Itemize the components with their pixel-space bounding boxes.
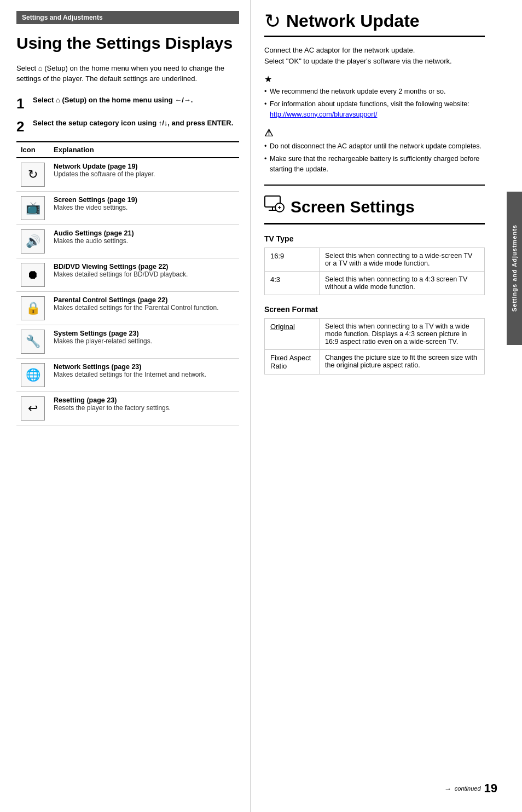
page-number: 19 xyxy=(484,781,497,796)
screen-format-row: Fixed Aspect Ratio Changes the picture s… xyxy=(265,349,485,374)
table-desc-cell-7: Resetting (page 23) Resets the player to… xyxy=(49,391,239,425)
step-1-text: Select ⌂ (Setup) on the home menu using … xyxy=(33,95,239,105)
entry-title-3: BD/DVD Viewing Settings (page 22) xyxy=(54,263,235,270)
right-column: ↻ Network Update Connect the AC adaptor … xyxy=(251,0,507,812)
table-desc-cell-6: Network Settings (page 23) Makes detaile… xyxy=(49,358,239,391)
tv-type-desc-0: Select this when connecting to a wide-sc… xyxy=(320,247,485,271)
section-header: Settings and Adjustments xyxy=(16,11,239,24)
table-desc-cell-2: Audio Settings (page 21) Makes the audio… xyxy=(49,224,239,258)
step-1-number: 1 xyxy=(16,96,33,111)
table-row: ↻ Network Update (page 19) Updates the s… xyxy=(16,158,239,192)
network-update-title: Network Update xyxy=(286,11,420,31)
table-col-explanation: Explanation xyxy=(49,142,239,158)
tips-section: ★ We recommend the network update every … xyxy=(264,74,485,119)
main-title: Using the Settings Displays xyxy=(16,34,239,53)
tv-type-heading: TV Type xyxy=(264,234,485,243)
tv-type-desc-1: Select this when connecting to a 4:3 scr… xyxy=(320,271,485,295)
caution-item-2: Make sure that the rechargeable battery … xyxy=(264,154,485,175)
table-desc-cell-1: Screen Settings (page 19) Makes the vide… xyxy=(49,191,239,224)
table-icon-cell-1: 📺 xyxy=(16,191,49,224)
screen-format-heading: Screen Format xyxy=(264,305,485,314)
network-update-icon: ↻ xyxy=(264,11,281,31)
entry-desc-6: Makes detailed settings for the Internet… xyxy=(54,371,235,378)
network-update-body: Connect the AC adaptor for the network u… xyxy=(264,45,485,66)
table-row: 🌐 Network Settings (page 23) Makes detai… xyxy=(16,358,239,391)
screen-settings-title: Screen Settings xyxy=(291,198,415,216)
entry-desc-1: Makes the video settings. xyxy=(54,204,235,211)
table-icon-cell-4: 🔒 xyxy=(16,291,49,325)
screen-format-desc-0: Select this when connecting to a TV with… xyxy=(320,318,485,349)
table-row: ⏺ BD/DVD Viewing Settings (page 22) Make… xyxy=(16,258,239,291)
table-row: 🔒 Parental Control Settings (page 22) Ma… xyxy=(16,291,239,325)
screen-format-desc-1: Changes the picture size to fit the scre… xyxy=(320,349,485,374)
entry-desc-0: Updates the software of the player. xyxy=(54,170,235,178)
tip-item-1: We recommend the network update every 2 … xyxy=(264,87,485,97)
entry-title-1: Screen Settings (page 19) xyxy=(54,196,235,204)
icon-box-0: ↻ xyxy=(21,163,45,187)
tip-list: We recommend the network update every 2 … xyxy=(264,87,485,119)
step-2: 2 Select the setup category icon using ↑… xyxy=(16,118,239,134)
table-row: 🔊 Audio Settings (page 21) Makes the aud… xyxy=(16,224,239,258)
entry-desc-3: Makes detailed settings for BD/DVD playb… xyxy=(54,270,235,278)
caution-item-1: Do not disconnect the AC adaptor until t… xyxy=(264,141,485,152)
caution-section: ⚠ Do not disconnect the AC adaptor until… xyxy=(264,127,485,174)
tv-type-row: 4:3 Select this when connecting to a 4:3… xyxy=(265,271,485,295)
entry-title-5: System Settings (page 23) xyxy=(54,330,235,337)
icon-box-5: 🔧 xyxy=(21,330,45,354)
steps-section: 1 Select ⌂ (Setup) on the home menu usin… xyxy=(16,95,239,134)
table-desc-cell-5: System Settings (page 23) Makes the play… xyxy=(49,325,239,358)
entry-desc-7: Resets the player to the factory setting… xyxy=(54,404,235,412)
tv-type-name-1: 4:3 xyxy=(265,271,320,295)
section-divider xyxy=(264,185,485,186)
entry-title-6: Network Settings (page 23) xyxy=(54,363,235,371)
table-icon-cell-6: 🌐 xyxy=(16,358,49,391)
icon-box-1: 📺 xyxy=(21,196,45,220)
left-column: Settings and Adjustments Using the Setti… xyxy=(0,0,251,812)
tip-link[interactable]: http://www.sony.com/bluraysupport/ xyxy=(270,111,377,118)
step-1: 1 Select ⌂ (Setup) on the home menu usin… xyxy=(16,95,239,111)
arrow-continued-icon: → xyxy=(444,785,451,793)
settings-table: Icon Explanation ↻ Network Update (page … xyxy=(16,141,239,425)
icon-box-4: 🔒 xyxy=(21,296,45,320)
tip-icon: ★ xyxy=(264,74,485,84)
table-icon-cell-0: ↻ xyxy=(16,158,49,192)
table-row: 📺 Screen Settings (page 19) Makes the vi… xyxy=(16,191,239,224)
table-icon-cell-3: ⏺ xyxy=(16,258,49,291)
step-2-text: Select the setup category icon using ↑/↓… xyxy=(33,118,239,128)
table-icon-cell-2: 🔊 xyxy=(16,224,49,258)
table-desc-cell-0: Network Update (page 19) Updates the sof… xyxy=(49,158,239,192)
intro-text: Select ⌂ (Setup) on the home menu when y… xyxy=(16,63,239,84)
caution-icon: ⚠ xyxy=(264,127,485,139)
icon-box-3: ⏺ xyxy=(21,263,45,287)
side-tab-text: Settings and Adjustments xyxy=(511,224,518,312)
tv-type-table: 16:9 Select this when connecting to a wi… xyxy=(264,247,485,295)
page-container: Settings and Adjustments Using the Setti… xyxy=(0,0,522,812)
table-icon-cell-5: 🔧 xyxy=(16,325,49,358)
table-desc-cell-3: BD/DVD Viewing Settings (page 22) Makes … xyxy=(49,258,239,291)
entry-desc-5: Makes the player-related settings. xyxy=(54,337,235,345)
screen-settings-header: Screen Settings xyxy=(264,195,485,224)
tip-item-2: For information about update functions, … xyxy=(264,99,485,120)
icon-box-6: 🌐 xyxy=(21,363,45,387)
screen-format-table: Original Select this when connecting to … xyxy=(264,318,485,375)
network-update-header: ↻ Network Update xyxy=(264,11,485,37)
tv-type-name-0: 16:9 xyxy=(265,247,320,271)
icon-box-7: ↩ xyxy=(21,396,45,421)
screen-format-name-1: Fixed Aspect Ratio xyxy=(265,349,320,374)
network-update-line2: Select "OK" to update the player's softw… xyxy=(264,57,452,65)
table-desc-cell-4: Parental Control Settings (page 22) Make… xyxy=(49,291,239,325)
entry-title-7: Resetting (page 23) xyxy=(54,396,235,404)
table-row: 🔧 System Settings (page 23) Makes the pl… xyxy=(16,325,239,358)
entry-title-4: Parental Control Settings (page 22) xyxy=(54,296,235,304)
entry-desc-2: Makes the audio settings. xyxy=(54,237,235,245)
entry-title-0: Network Update (page 19) xyxy=(54,163,235,170)
table-icon-cell-7: ↩ xyxy=(16,391,49,425)
entry-title-2: Audio Settings (page 21) xyxy=(54,229,235,237)
continued-text: continued xyxy=(455,785,481,792)
caution-list: Do not disconnect the AC adaptor until t… xyxy=(264,141,485,174)
icon-box-2: 🔊 xyxy=(21,229,45,254)
tv-type-row: 16:9 Select this when connecting to a wi… xyxy=(265,247,485,271)
step-2-number: 2 xyxy=(16,119,33,134)
entry-desc-4: Makes detailed settings for the Parental… xyxy=(54,304,235,312)
side-tab: Settings and Adjustments xyxy=(507,192,522,345)
